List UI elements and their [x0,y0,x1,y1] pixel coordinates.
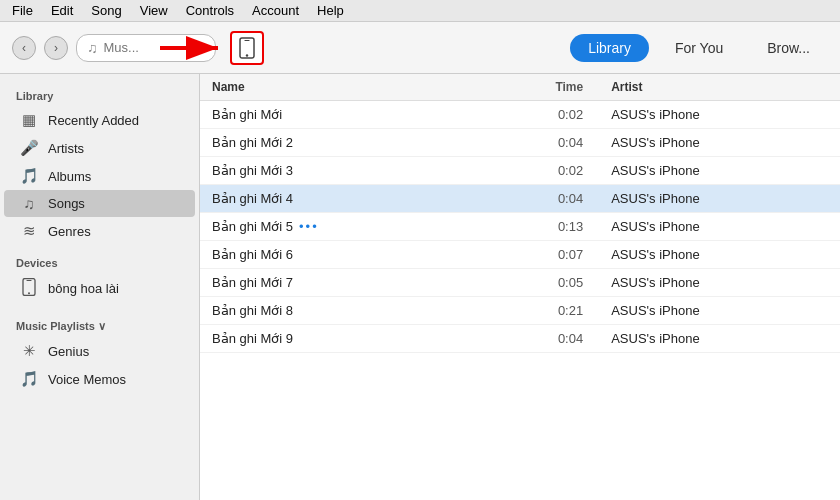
track-artist-cell: ASUS's iPhone [599,213,840,241]
genius-icon: ✳ [20,342,38,360]
playlists-section-header[interactable]: Music Playlists ∨ [0,312,199,337]
tab-library-button[interactable]: Library [570,34,649,62]
table-row[interactable]: Bản ghi Mới 5•••0:13ASUS's iPhone [200,213,840,241]
sidebar-item-songs[interactable]: ♫ Songs [4,190,195,217]
track-time-cell: 0:02 [480,157,599,185]
sidebar-item-albums[interactable]: 🎵 Albums [4,162,195,190]
table-row[interactable]: Bản ghi Mới0:02ASUS's iPhone [200,101,840,129]
sidebar-item-genres[interactable]: ≋ Genres [4,217,195,245]
svg-point-7 [28,292,30,294]
sidebar-item-recently-added[interactable]: ▦ Recently Added [4,106,195,134]
toolbar: ‹ › ♫ Library For You Brow... [0,22,840,74]
tab-browse-button[interactable]: Brow... [749,34,828,62]
track-time-cell: 0:04 [480,325,599,353]
albums-label: Albums [48,169,91,184]
track-name-cell: Bản ghi Mới 5••• [200,213,480,241]
table-body: Bản ghi Mới0:02ASUS's iPhoneBản ghi Mới … [200,101,840,353]
phone-device-button[interactable] [230,31,264,65]
main-area: Library ▦ Recently Added 🎤 Artists 🎵 Alb… [0,74,840,500]
artists-label: Artists [48,141,84,156]
track-time-cell: 0:04 [480,129,599,157]
track-name-cell: Bản ghi Mới 3 [200,157,480,185]
track-name-cell: Bản ghi Mới 6 [200,241,480,269]
table-row[interactable]: Bản ghi Mới 30:02ASUS's iPhone [200,157,840,185]
songs-icon: ♫ [20,195,38,212]
menu-file[interactable]: File [4,1,41,20]
table-row[interactable]: Bản ghi Mới 20:04ASUS's iPhone [200,129,840,157]
genres-label: Genres [48,224,91,239]
track-artist-cell: ASUS's iPhone [599,297,840,325]
track-name-cell: Bản ghi Mới 4 [200,185,480,213]
voice-memos-icon: 🎵 [20,370,38,388]
table-header-row: Name Time Artist [200,74,840,101]
menu-controls[interactable]: Controls [178,1,242,20]
svg-point-4 [246,54,248,56]
tracks-table: Name Time Artist Bản ghi Mới0:02ASUS's i… [200,74,840,353]
table-row[interactable]: Bản ghi Mới 40:04ASUS's iPhone [200,185,840,213]
track-time-cell: 0:05 [480,269,599,297]
forward-button[interactable]: › [44,36,68,60]
col-header-name: Name [200,74,480,101]
songs-label: Songs [48,196,85,211]
menu-view[interactable]: View [132,1,176,20]
table-row[interactable]: Bản ghi Mới 70:05ASUS's iPhone [200,269,840,297]
table-row[interactable]: Bản ghi Mới 90:04ASUS's iPhone [200,325,840,353]
sidebar: Library ▦ Recently Added 🎤 Artists 🎵 Alb… [0,74,200,500]
track-time-cell: 0:04 [480,185,599,213]
albums-icon: 🎵 [20,167,38,185]
artists-icon: 🎤 [20,139,38,157]
device-name-label: bông hoa lài [48,281,119,296]
track-time-cell: 0:21 [480,297,599,325]
track-name-cell: Bản ghi Mới 9 [200,325,480,353]
playlists-section: Music Playlists ∨ ✳ Genius 🎵 Voice Memos [0,312,199,393]
devices-section-header: Devices [0,249,199,273]
recently-added-label: Recently Added [48,113,139,128]
track-artist-cell: ASUS's iPhone [599,325,840,353]
track-time-cell: 0:13 [480,213,599,241]
sidebar-item-voice-memos[interactable]: 🎵 Voice Memos [4,365,195,393]
table-row[interactable]: Bản ghi Mới 80:21ASUS's iPhone [200,297,840,325]
track-artist-cell: ASUS's iPhone [599,269,840,297]
menu-song[interactable]: Song [83,1,129,20]
track-name-cell: Bản ghi Mới [200,101,480,129]
sidebar-item-genius[interactable]: ✳ Genius [4,337,195,365]
device-item[interactable]: bông hoa lài [4,273,195,304]
col-header-time: Time [480,74,599,101]
music-note-icon: ♫ [87,40,98,56]
tab-for-you-button[interactable]: For You [657,34,741,62]
voice-memos-label: Voice Memos [48,372,126,387]
iphone-icon [238,37,256,59]
track-name-cell: Bản ghi Mới 8 [200,297,480,325]
track-artist-cell: ASUS's iPhone [599,157,840,185]
track-time-cell: 0:02 [480,101,599,129]
menu-account[interactable]: Account [244,1,307,20]
menu-bar: File Edit Song View Controls Account Hel… [0,0,840,22]
col-header-artist: Artist [599,74,840,101]
track-name-cell: Bản ghi Mới 7 [200,269,480,297]
track-artist-cell: ASUS's iPhone [599,241,840,269]
library-section-header: Library [0,82,199,106]
phone-icon-area [230,31,264,65]
genres-icon: ≋ [20,222,38,240]
back-button[interactable]: ‹ [12,36,36,60]
track-time-cell: 0:07 [480,241,599,269]
content-area: Name Time Artist Bản ghi Mới0:02ASUS's i… [200,74,840,500]
track-name-cell: Bản ghi Mới 2 [200,129,480,157]
menu-edit[interactable]: Edit [43,1,81,20]
sidebar-item-artists[interactable]: 🎤 Artists [4,134,195,162]
menu-help[interactable]: Help [309,1,352,20]
red-arrow-icon [160,30,230,66]
device-icon [20,278,38,299]
recently-added-icon: ▦ [20,111,38,129]
track-artist-cell: ASUS's iPhone [599,101,840,129]
track-artist-cell: ASUS's iPhone [599,185,840,213]
table-row[interactable]: Bản ghi Mới 60:07ASUS's iPhone [200,241,840,269]
track-artist-cell: ASUS's iPhone [599,129,840,157]
genius-label: Genius [48,344,89,359]
